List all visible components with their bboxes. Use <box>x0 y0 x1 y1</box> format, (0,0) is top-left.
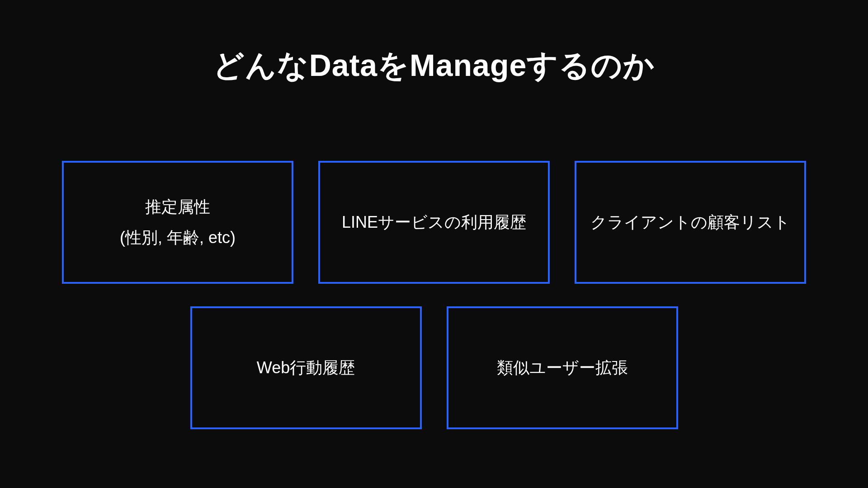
slide-title: どんなDataをManageするのか <box>213 45 656 86</box>
box-text-line1: クライアントの顧客リスト <box>590 207 790 238</box>
box-text-line1: 推定属性 <box>145 192 210 222</box>
boxes-row-1: 推定属性 (性別, 年齢, etc) LINEサービスの利用履歴 クライアントの… <box>62 161 806 284</box>
box-line-service-history: LINEサービスの利用履歴 <box>318 161 550 284</box>
box-web-behavior-history: Web行動履歴 <box>190 306 422 429</box>
box-similar-user-expansion: 類似ユーザー拡張 <box>447 306 678 429</box>
box-text-line2: (性別, 年齢, etc) <box>120 222 236 253</box>
box-client-customer-list: クライアントの顧客リスト <box>575 161 806 284</box>
box-text-line1: LINEサービスの利用履歴 <box>342 207 526 238</box>
slide-container: どんなDataをManageするのか 推定属性 (性別, 年齢, etc) LI… <box>0 0 868 488</box>
boxes-row-2: Web行動履歴 類似ユーザー拡張 <box>190 306 678 429</box>
boxes-container: 推定属性 (性別, 年齢, etc) LINEサービスの利用履歴 クライアントの… <box>62 161 806 429</box>
box-text-line1: Web行動履歴 <box>257 352 355 383</box>
box-text-line1: 類似ユーザー拡張 <box>497 352 628 383</box>
box-estimated-attributes: 推定属性 (性別, 年齢, etc) <box>62 161 293 284</box>
